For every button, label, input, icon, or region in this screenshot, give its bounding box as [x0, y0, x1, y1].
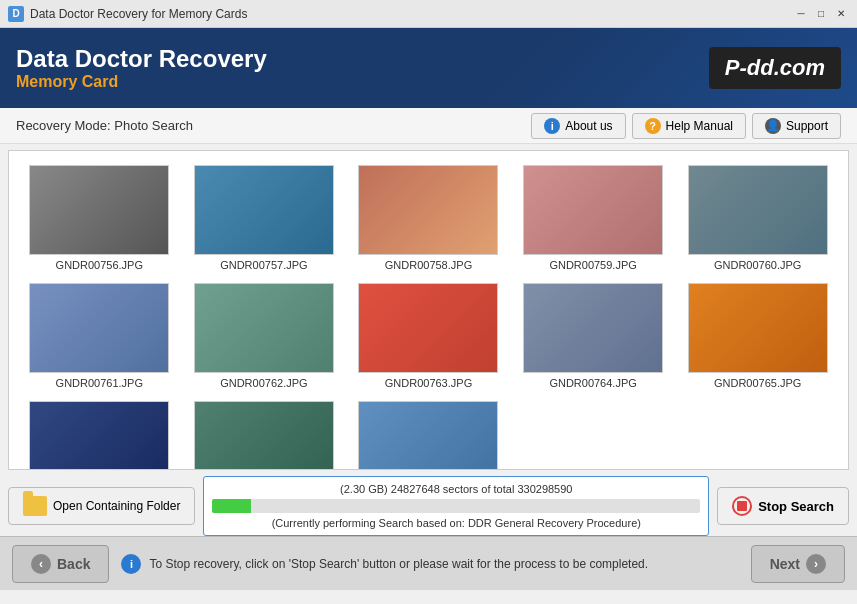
list-item: GNDR00765.JPG [675, 277, 840, 395]
photo-thumbnail[interactable] [688, 283, 828, 373]
list-item: GNDR00767.JPG [182, 395, 347, 469]
list-item: GNDR00768.JPG [346, 395, 511, 469]
next-label: Next [770, 556, 800, 572]
stop-search-button[interactable]: Stop Search [717, 487, 849, 525]
stop-icon [732, 496, 752, 516]
list-item: GNDR00762.JPG [182, 277, 347, 395]
photo-thumbnail[interactable] [358, 165, 498, 255]
photo-thumbnail[interactable] [29, 165, 169, 255]
photo-thumbnail[interactable] [194, 283, 334, 373]
header: Data Doctor Recovery Memory Card P-dd.co… [0, 28, 857, 108]
list-item: GNDR00760.JPG [675, 159, 840, 277]
minimize-button[interactable]: ─ [793, 6, 809, 22]
close-button[interactable]: ✕ [833, 6, 849, 22]
list-item: GNDR00757.JPG [182, 159, 347, 277]
list-item: GNDR00758.JPG [346, 159, 511, 277]
back-button[interactable]: ‹ Back [12, 545, 109, 583]
support-button[interactable]: 👤 Support [752, 113, 841, 139]
app-icon: D [8, 6, 24, 22]
progress-bar-background [212, 499, 700, 513]
photo-thumbnail[interactable] [194, 165, 334, 255]
help-icon: ? [645, 118, 661, 134]
list-item: GNDR00759.JPG [511, 159, 676, 277]
about-us-label: About us [565, 119, 612, 133]
stop-search-label: Stop Search [758, 499, 834, 514]
photo-filename: GNDR00762.JPG [220, 377, 307, 389]
photo-filename: GNDR00763.JPG [385, 377, 472, 389]
titlebar-text: Data Doctor Recovery for Memory Cards [30, 7, 793, 21]
titlebar: D Data Doctor Recovery for Memory Cards … [0, 0, 857, 28]
support-label: Support [786, 119, 828, 133]
list-item: GNDR00756.JPG [17, 159, 182, 277]
list-item: GNDR00761.JPG [17, 277, 182, 395]
recovery-mode-label: Recovery Mode: Photo Search [16, 118, 193, 133]
list-item: GNDR00763.JPG [346, 277, 511, 395]
photo-filename: GNDR00760.JPG [714, 259, 801, 271]
list-item: GNDR00764.JPG [511, 277, 676, 395]
photo-grid: GNDR00756.JPGGNDR00757.JPGGNDR00758.JPGG… [9, 151, 848, 469]
next-arrow-icon: › [806, 554, 826, 574]
footer-message: i To Stop recovery, click on 'Stop Searc… [121, 554, 738, 574]
photo-area: GNDR00756.JPGGNDR00757.JPGGNDR00758.JPGG… [8, 150, 849, 470]
progress-text: (2.30 GB) 24827648 sectors of total 3302… [212, 483, 700, 495]
info-icon: i [544, 118, 560, 134]
next-button[interactable]: Next › [751, 545, 845, 583]
progress-section: (2.30 GB) 24827648 sectors of total 3302… [203, 476, 709, 536]
stop-icon-inner [737, 501, 747, 511]
footer-msg-text: To Stop recovery, click on 'Stop Search'… [149, 557, 648, 571]
photo-thumbnail[interactable] [523, 283, 663, 373]
photo-thumbnail[interactable] [358, 283, 498, 373]
open-folder-button[interactable]: Open Containing Folder [8, 487, 195, 525]
photo-filename: GNDR00756.JPG [56, 259, 143, 271]
window-controls: ─ □ ✕ [793, 6, 849, 22]
list-item: GNDR00766.JPG [17, 395, 182, 469]
help-manual-button[interactable]: ? Help Manual [632, 113, 746, 139]
photo-thumbnail[interactable] [523, 165, 663, 255]
photo-filename: GNDR00758.JPG [385, 259, 472, 271]
about-us-button[interactable]: i About us [531, 113, 625, 139]
back-arrow-icon: ‹ [31, 554, 51, 574]
photo-thumbnail[interactable] [194, 401, 334, 469]
logo-box: P-dd.com [709, 47, 841, 89]
brand-sub-text: Memory Card [16, 73, 267, 91]
navbar: Recovery Mode: Photo Search i About us ?… [0, 108, 857, 144]
progress-bar-fill [212, 499, 251, 513]
photo-filename: GNDR00761.JPG [56, 377, 143, 389]
brand: Data Doctor Recovery Memory Card [16, 45, 267, 92]
photo-filename: GNDR00757.JPG [220, 259, 307, 271]
footer: ‹ Back i To Stop recovery, click on 'Sto… [0, 536, 857, 590]
photo-filename: GNDR00765.JPG [714, 377, 801, 389]
footer-info-icon: i [121, 554, 141, 574]
nav-buttons: i About us ? Help Manual 👤 Support [531, 113, 841, 139]
progress-sub-text: (Currently performing Search based on: D… [212, 517, 700, 529]
brand-main-text: Data Doctor Recovery [16, 45, 267, 74]
photo-thumbnail[interactable] [688, 165, 828, 255]
photo-thumbnail[interactable] [29, 401, 169, 469]
photo-filename: GNDR00759.JPG [549, 259, 636, 271]
open-folder-label: Open Containing Folder [53, 499, 180, 513]
back-label: Back [57, 556, 90, 572]
photo-thumbnail[interactable] [29, 283, 169, 373]
photo-filename: GNDR00764.JPG [549, 377, 636, 389]
folder-icon [23, 496, 47, 516]
status-area: Open Containing Folder (2.30 GB) 2482764… [8, 476, 849, 536]
help-manual-label: Help Manual [666, 119, 733, 133]
photo-thumbnail[interactable] [358, 401, 498, 469]
logo-text: P-dd.com [725, 55, 825, 80]
support-icon: 👤 [765, 118, 781, 134]
maximize-button[interactable]: □ [813, 6, 829, 22]
